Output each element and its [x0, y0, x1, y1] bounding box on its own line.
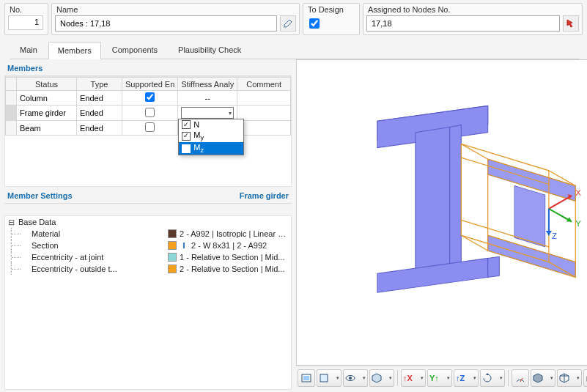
- assigned-nodes-input[interactable]: 17,18: [366, 15, 560, 32]
- chevron-down-icon: ▾: [577, 375, 580, 381]
- wireframe-icon: [559, 373, 569, 383]
- svg-rect-28: [320, 374, 328, 382]
- axis-z-icon: ↑Z: [456, 374, 465, 382]
- toolbtn-view-mode[interactable]: [298, 369, 315, 387]
- separator: [508, 370, 509, 386]
- field-name: Name Nodes : 17,18: [51, 3, 300, 35]
- members-title: Members: [4, 59, 292, 76]
- supported-checkbox[interactable]: [145, 108, 155, 117]
- separator: [397, 370, 398, 386]
- tree-row-ecc-joint[interactable]: Eccentricity - at joint 1 - Relative to …: [5, 251, 291, 263]
- svg-marker-7: [450, 125, 462, 273]
- col-comment[interactable]: Comment: [237, 78, 291, 91]
- dd-item-mz[interactable]: ✓ Mz: [179, 142, 243, 155]
- chevron-down-icon: ▾: [447, 375, 450, 381]
- toolbtn-view-z[interactable]: ↑Z▾: [454, 369, 479, 387]
- toolbtn-view-y[interactable]: Y↑▾: [427, 369, 452, 387]
- field-name-label: Name: [52, 4, 299, 14]
- table-row[interactable]: Beam Ended: [6, 121, 291, 136]
- view-icon: [301, 373, 311, 383]
- rotate-icon: [482, 373, 492, 383]
- tab-main[interactable]: Main: [10, 41, 47, 59]
- meter-icon: [515, 373, 525, 383]
- i-section-icon: I: [180, 241, 188, 250]
- col-status[interactable]: Status: [17, 78, 77, 91]
- tab-plausibility[interactable]: Plausibility Check: [169, 41, 251, 59]
- toolbtn-view-x[interactable]: ↑X▾: [401, 369, 426, 387]
- collapse-icon[interactable]: ⊟: [7, 218, 15, 227]
- axis-y-icon: Y↑: [429, 374, 439, 382]
- stiffness-dropdown-cell[interactable]: ▾ ✓ N ✓ My: [178, 106, 237, 121]
- eye-icon: [345, 373, 355, 383]
- toolbtn-solid[interactable]: ▾: [531, 369, 555, 387]
- toolbtn-show-hide[interactable]: ▾: [343, 369, 368, 387]
- field-to-design: To Design: [303, 3, 360, 35]
- table-row[interactable]: Frame girder Ended ▾ ✓ N ✓: [6, 106, 291, 121]
- tab-members[interactable]: Members: [48, 42, 101, 59]
- dd-checkbox: ✓: [182, 132, 191, 141]
- svg-line-13: [461, 144, 487, 159]
- svg-marker-6: [416, 127, 450, 280]
- svg-line-17: [549, 196, 572, 209]
- tab-strip: Main Members Components Plausibility Che…: [10, 41, 580, 59]
- toolbtn-meter[interactable]: [512, 369, 529, 387]
- toolbtn-isometric[interactable]: ▾: [369, 369, 394, 387]
- tree-row-section[interactable]: Section I 2 - W 8x31 | 2 - A992: [5, 240, 291, 251]
- tree-row-ecc-outside[interactable]: Eccentricity - outside t... 2 - Relative…: [5, 263, 291, 275]
- svg-marker-32: [486, 373, 489, 375]
- 3d-viewer[interactable]: X Y Z: [296, 59, 587, 366]
- right-panel: X Y Z ▾ ▾ ▾ ↑X▾ Y↑▾ ↑Z▾ ▾ ▾: [296, 59, 587, 390]
- svg-line-16: [461, 235, 487, 251]
- color-swatch: [168, 253, 177, 262]
- dd-item-n[interactable]: ✓ N: [179, 119, 243, 130]
- header-row: No. 1 Name Nodes : 17,18 To Design Assig…: [0, 0, 587, 35]
- dd-item-my[interactable]: ✓ My: [179, 130, 243, 142]
- viewer-toolbar: ▾ ▾ ▾ ↑X▾ Y↑▾ ↑Z▾ ▾ ▾ ▾ ▾ ✖: [296, 366, 587, 390]
- to-design-checkbox[interactable]: [309, 18, 320, 29]
- svg-marker-34: [534, 374, 542, 382]
- supported-checkbox[interactable]: [145, 122, 155, 132]
- col-supported[interactable]: Supported En: [122, 78, 178, 91]
- color-swatch: [168, 241, 177, 250]
- scene-svg: X Y Z: [297, 60, 587, 365]
- table-row[interactable]: Column Ended --: [6, 91, 291, 106]
- stiffness-dropdown[interactable]: ▾: [181, 107, 234, 119]
- svg-marker-9: [488, 256, 500, 277]
- member-settings-title: Member Settings Frame girder: [4, 187, 292, 204]
- pick-nodes-button[interactable]: [563, 15, 579, 32]
- member-settings-tree: ⊟ Base Data Material 2 - A992 | Isotropi…: [4, 215, 292, 390]
- edit-name-button[interactable]: [280, 15, 296, 32]
- chevron-down-icon: ▾: [336, 375, 339, 381]
- to-design-label: To Design: [303, 4, 359, 14]
- chevron-down-icon: ▾: [363, 375, 366, 381]
- no-input[interactable]: 1: [8, 15, 43, 30]
- toolbtn-print[interactable]: ▾: [583, 369, 587, 387]
- toolbtn-wireframe[interactable]: ▾: [557, 369, 582, 387]
- tab-components[interactable]: Components: [103, 41, 167, 59]
- render-icon: [319, 373, 329, 383]
- chevron-down-icon: ▾: [421, 375, 424, 381]
- axis-x-icon: ↑X: [403, 374, 413, 382]
- left-panel: Members Status Type Supported En Stiffne…: [4, 59, 292, 390]
- pencil-icon: [283, 18, 293, 29]
- toolbtn-render-mode[interactable]: ▾: [317, 369, 342, 387]
- col-stiffness[interactable]: Stiffness Analy: [178, 78, 237, 91]
- tree-row-material[interactable]: Material 2 - A992 | Isotropic | Linear E…: [5, 228, 291, 240]
- name-input[interactable]: Nodes : 17,18: [55, 15, 277, 32]
- dd-checkbox: ✓: [182, 144, 191, 153]
- svg-marker-31: [372, 374, 381, 382]
- col-type[interactable]: Type: [77, 78, 122, 91]
- tree-base-data[interactable]: ⊟ Base Data: [5, 216, 291, 228]
- chevron-down-icon: ▾: [500, 375, 503, 381]
- color-swatch: [168, 265, 177, 273]
- field-no-label: No.: [5, 4, 48, 14]
- svg-point-30: [349, 377, 352, 380]
- chevron-down-icon: ▾: [473, 375, 476, 381]
- toolbtn-rotate[interactable]: ▾: [480, 369, 505, 387]
- solid-icon: [533, 373, 543, 383]
- field-assigned-nodes: Assigned to Nodes No. 17,18: [363, 3, 583, 35]
- svg-text:X: X: [575, 188, 581, 197]
- cube-small-icon: [372, 373, 382, 383]
- supported-checkbox[interactable]: [145, 92, 155, 102]
- chevron-down-icon: ▾: [229, 110, 232, 117]
